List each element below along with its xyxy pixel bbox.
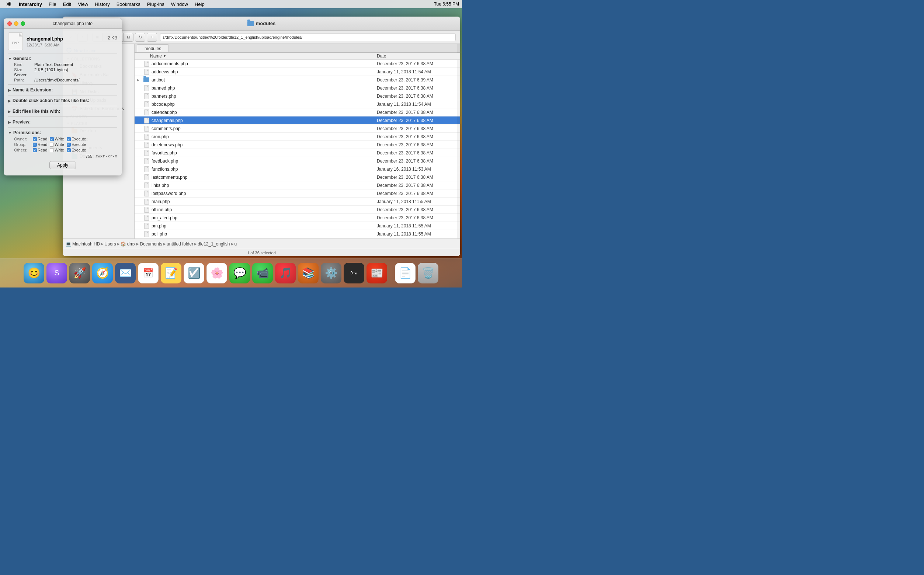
table-row[interactable]: ▶antibotDecember 23, 2017 6:39 AM [135,76,460,84]
owner-execute-checkbox[interactable]: ✓ [67,137,71,141]
table-row[interactable]: main.phpJanuary 11, 2018 11:55 AM [135,198,460,206]
table-row[interactable]: comments.phpDecember 23, 2017 6:38 AM [135,125,460,133]
menubar-clock: Tue 6:55 PM [434,2,459,6]
group-read-checkbox[interactable]: ✓ [33,143,37,147]
table-row[interactable]: offline.phpDecember 23, 2017 6:38 AM [135,206,460,214]
table-row[interactable]: banners.phpDecember 23, 2017 6:38 AM [135,92,460,100]
dock-item-trash[interactable]: 🗑️ [418,263,438,283]
dock-item-finder[interactable]: 😊 [24,263,44,283]
photos-dock-icon: 🌸 [210,267,223,279]
close-button[interactable] [7,21,12,26]
menubar-edit[interactable]: Edit [60,0,74,8]
dock-item-calendar[interactable]: 📅 [138,263,159,283]
menubar-history[interactable]: History [92,0,112,8]
breadcrumb-users[interactable]: Users [104,241,116,246]
preview-disclosure: ▶ [8,120,11,124]
table-row[interactable]: pm_alert.phpDecember 23, 2017 6:38 AM [135,214,460,222]
file-icon-cell [143,191,150,197]
breadcrumb-u[interactable]: u [234,241,237,246]
group-write-checkbox[interactable] [50,143,54,147]
dock-item-reeder[interactable]: 📰 [366,263,387,283]
breadcrumb-hdd[interactable]: 💻 Macintosh HD [66,241,100,246]
table-row[interactable]: lostpassword.phpDecember 23, 2017 6:38 A… [135,189,460,198]
apple-menu[interactable]: ⌘ [3,0,15,8]
app-name[interactable]: Interarchy [16,0,45,8]
general-section-header[interactable]: ▼ General: [8,55,117,62]
name-column-header[interactable]: Name ▼ [150,54,377,59]
dock-item-notes[interactable]: 📝 [161,263,181,283]
path-bar[interactable]: s/dmx/Documents/untitled%20folder/dle12_… [160,33,456,41]
breadcrumb-untitled-folder[interactable]: untitled folder [167,241,193,246]
menubar-window[interactable]: Window [169,0,191,8]
breadcrumb: 💻 Macintosh HD ▶ Users ▶ 🏠 dmx ▶ Documen… [63,238,460,249]
breadcrumb-dmx[interactable]: 🏠 dmx [121,241,136,246]
others-execute-checkbox[interactable]: ✓ [67,148,71,152]
menubar-plugins[interactable]: Plug-ins [145,0,167,8]
file-name-cell: lostpassword.php [151,191,377,196]
table-row[interactable]: links.phpDecember 23, 2017 6:38 AM [135,181,460,189]
menubar-bookmarks[interactable]: Bookmarks [114,0,143,8]
table-row[interactable]: addcomments.phpDecember 23, 2017 6:38 AM [135,60,460,68]
table-row[interactable]: cron.phpDecember 23, 2017 6:38 AM [135,133,460,141]
owner-write-checkbox[interactable]: ✓ [50,137,54,141]
breadcrumb-documents[interactable]: Documents [140,241,162,246]
table-row[interactable]: banned.phpDecember 23, 2017 6:38 AM [135,84,460,92]
dock-item-reminders[interactable]: ☑️ [184,263,204,283]
dock-item-newfile[interactable]: 📄 [395,263,415,283]
table-row[interactable]: lastcomments.phpDecember 23, 2017 6:38 A… [135,173,460,181]
permissions-section-header[interactable]: ▼ Permissions: [8,129,117,136]
menubar-view[interactable]: View [75,0,91,8]
table-row[interactable]: favorites.phpDecember 23, 2017 6:38 AM [135,149,460,157]
name-section-header[interactable]: ▶ Name & Extension: [8,87,117,93]
dock-item-messages[interactable]: 💬 [229,263,250,283]
vertical-scrollbar[interactable] [457,44,460,238]
dock-item-gpg[interactable]: 🗝 [344,263,364,283]
table-row[interactable]: functions.phpJanuary 16, 2018 11:53 AM [135,165,460,173]
others-write-checkbox[interactable] [50,148,54,152]
table-row[interactable]: poll.phpJanuary 11, 2018 11:55 AM [135,230,460,238]
refresh-button[interactable]: ↻ [135,33,145,42]
preview-section-header[interactable]: ▶ Preview: [8,119,117,125]
add-button[interactable]: + [147,33,157,42]
minimize-button[interactable] [14,21,18,26]
table-row[interactable]: pm.phpJanuary 11, 2018 11:55 AM [135,222,460,230]
others-read-checkbox[interactable]: ✓ [33,148,37,152]
coverflow-view-button[interactable]: ⊡ [123,33,134,42]
table-row[interactable]: feedback.phpDecember 23, 2017 6:38 AM [135,157,460,165]
dock-item-safari[interactable]: 🧭 [92,263,113,283]
editwith-section-header[interactable]: ▶ Edit files like this with: [8,108,117,114]
dock-item-ibooks[interactable]: 📚 [298,263,318,283]
gpg-dock-icon: 🗝 [350,269,358,277]
file-date-cell: January 11, 2018 11:55 AM [377,223,458,229]
editwith-section-title: Edit files like this with: [13,109,60,114]
dock-item-photos[interactable]: 🌸 [207,263,227,283]
file-name-cell: pm_alert.php [151,215,377,221]
document-icon [144,134,149,140]
dock-item-siri[interactable]: S [46,263,67,283]
menubar-help[interactable]: Help [192,0,207,8]
table-row[interactable]: calendar.phpDecember 23, 2017 6:38 AM [135,108,460,116]
file-date-cell: December 23, 2017 6:38 AM [377,191,458,196]
apply-button[interactable]: Apply [49,161,76,169]
dock-item-mail[interactable]: ✉️ [115,263,136,283]
breadcrumb-arrow-4: ▶ [163,242,166,246]
dock-item-rocket[interactable]: 🚀 [69,263,90,283]
menubar-file[interactable]: File [46,0,59,8]
siri-dock-icon: S [54,269,59,277]
maximize-button[interactable] [21,21,25,26]
table-row[interactable]: deletenews.phpDecember 23, 2017 6:38 AM [135,141,460,149]
table-row[interactable]: bbcode.phpJanuary 11, 2018 11:54 AM [135,100,460,108]
date-column-header[interactable]: Date [377,54,458,59]
file-date-cell: December 23, 2017 6:38 AM [377,118,458,123]
doubleclick-section-header[interactable]: ▶ Double click action for files like thi… [8,97,117,104]
table-row[interactable]: changemail.phpDecember 23, 2017 6:38 AM [135,116,460,125]
dock-item-facetime[interactable]: 📹 [252,263,273,283]
dock-item-music[interactable]: 🎵 [275,263,296,283]
server-row: Server: [8,72,117,78]
dock-item-sysprefs[interactable]: ⚙️ [321,263,342,283]
breadcrumb-dle12[interactable]: dle12_1_english [198,241,230,246]
owner-read-checkbox[interactable]: ✓ [33,137,37,141]
group-execute-checkbox[interactable]: ✓ [67,143,71,147]
modules-tab[interactable]: modules [137,44,169,52]
table-row[interactable]: addnews.phpJanuary 11, 2018 11:54 AM [135,68,460,76]
